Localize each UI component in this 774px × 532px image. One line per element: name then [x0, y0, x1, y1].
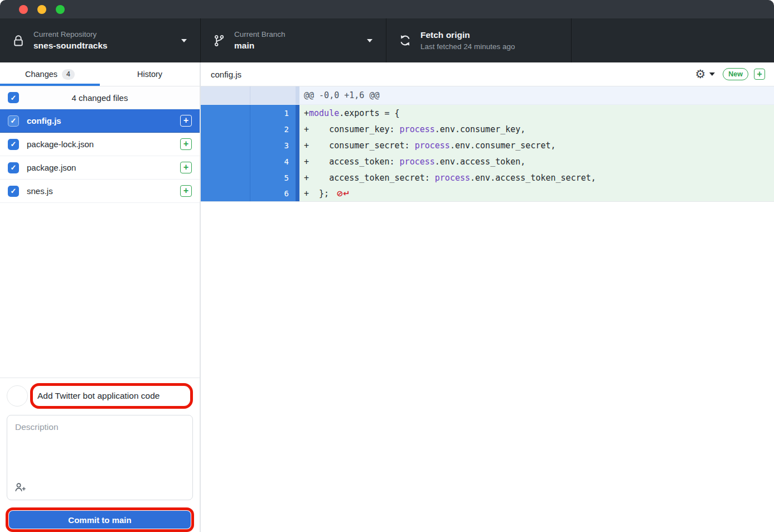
added-file-icon: +: [754, 69, 765, 80]
line-number: 3: [250, 137, 296, 153]
diff-line: 3 + consumer_secret: process.env.consume…: [201, 137, 774, 153]
file-checkbox[interactable]: ✓: [8, 115, 19, 127]
commit-button-prefix: Commit to: [68, 515, 112, 525]
hunk-header-row: @@ -0,0 +1,6 @@: [201, 86, 774, 105]
diff-line: 6 + }; ⊘↵: [201, 186, 774, 202]
tab-changes[interactable]: Changes 4: [0, 62, 100, 86]
sync-icon: [399, 34, 412, 47]
file-row-snes-js[interactable]: ✓ snes.js +: [0, 180, 200, 203]
changes-count-badge: 4: [62, 69, 75, 80]
file-name: snes.js: [27, 186, 180, 196]
current-repository-button[interactable]: Current Repository snes-soundtracks: [0, 18, 201, 62]
code-keyword: process: [435, 173, 470, 183]
check-icon: ✓: [11, 163, 17, 172]
code-text: + access_token:: [304, 157, 400, 167]
file-added-status-icon: +: [180, 138, 192, 150]
code-text: .env.consumer_secret,: [450, 141, 556, 151]
tab-history[interactable]: History: [100, 62, 200, 86]
code-text: + consumer_secret:: [304, 141, 415, 151]
code-text: + access_token_secret:: [304, 173, 435, 183]
commit-description-input[interactable]: [7, 415, 192, 481]
check-icon: ✓: [11, 117, 17, 125]
check-icon: ✓: [11, 187, 17, 195]
code-text: .env.consumer_key,: [435, 124, 526, 134]
chevron-down-icon: [367, 39, 373, 42]
diff-pane: config.js ⚙︎ New + @@ -0,0 +1,6 @@ 1 +mo…: [201, 62, 774, 532]
file-added-status-icon: +: [180, 162, 192, 173]
fetch-origin-sublabel: Last fetched 24 minutes ago: [420, 41, 558, 52]
commit-button-branch: main: [112, 515, 132, 525]
lock-icon: [12, 33, 25, 48]
file-row-config-js[interactable]: ✓ config.js +: [0, 109, 200, 133]
code-keyword: module: [309, 108, 339, 118]
file-checkbox[interactable]: ✓: [8, 186, 19, 197]
diff-file-name: config.js: [211, 70, 695, 79]
code-text: .env.access_token_secret,: [470, 173, 596, 183]
no-newline-icon: ⊘↵: [336, 189, 350, 198]
sidebar-tabs: Changes 4 History: [0, 62, 200, 86]
changed-files-count: 4 changed files: [72, 93, 128, 103]
diff-line: 2 + consumer_key: process.env.consumer_k…: [201, 121, 774, 137]
avatar: [7, 385, 28, 407]
close-window-button[interactable]: [19, 5, 28, 14]
app-window: Current Repository snes-soundtracks Curr…: [0, 0, 774, 532]
fetch-origin-label: Fetch origin: [420, 29, 558, 41]
changes-sidebar: Changes 4 History ✓ 4 changed files ✓ co…: [0, 62, 201, 532]
file-row-package-json[interactable]: ✓ package.json +: [0, 156, 200, 180]
file-name: package-lock.json: [27, 139, 180, 149]
file-name: config.js: [27, 116, 180, 125]
diff-line: 5 + access_token_secret: process.env.acc…: [201, 170, 774, 186]
commit-summary-input[interactable]: [37, 391, 186, 401]
commit-description-box: [7, 415, 193, 500]
line-number: 2: [250, 121, 296, 137]
code-keyword: process: [400, 124, 435, 134]
person-plus-icon: [14, 482, 26, 495]
line-number: 6: [250, 186, 296, 201]
line-number: 4: [250, 153, 296, 170]
file-row-package-lock-json[interactable]: ✓ package-lock.json +: [0, 133, 200, 156]
toolbar-empty-area: [572, 18, 774, 62]
changed-files-header: ✓ 4 changed files: [0, 86, 200, 109]
diff-options-button[interactable]: ⚙︎: [695, 69, 715, 80]
fetch-origin-button[interactable]: Fetch origin Last fetched 24 minutes ago: [386, 18, 572, 62]
add-coauthor-button[interactable]: [14, 482, 26, 495]
file-name: package.json: [27, 163, 180, 172]
chevron-down-icon: [709, 72, 715, 76]
check-icon: ✓: [11, 94, 17, 102]
diff-header: config.js ⚙︎ New +: [201, 62, 774, 86]
code-keyword: process: [415, 141, 450, 151]
hunk-header-text: @@ -0,0 +1,6 @@: [299, 86, 774, 104]
annotation-summary-highlight: [30, 383, 193, 409]
current-repository-label: Current Repository: [33, 29, 175, 40]
zoom-window-button[interactable]: [56, 5, 65, 14]
git-branch-icon: [213, 33, 225, 48]
select-all-checkbox[interactable]: ✓: [8, 92, 19, 103]
annotation-commit-button-highlight: Commit to main: [6, 507, 194, 532]
diff-line: 1 +module.exports = {: [201, 105, 774, 121]
diff-line: 4 + access_token: process.env.access_tok…: [201, 153, 774, 170]
current-repository-value: snes-soundtracks: [33, 40, 175, 52]
code-text: + };: [304, 188, 334, 199]
tab-changes-label: Changes: [25, 70, 57, 79]
code-keyword: process: [400, 157, 435, 167]
gear-icon: ⚙︎: [695, 69, 705, 80]
code-text: +: [304, 108, 309, 118]
code-text: .exports = {: [339, 108, 399, 118]
line-number: 1: [250, 105, 296, 121]
code-text: .env.access_token,: [435, 157, 526, 167]
current-branch-label: Current Branch: [234, 29, 360, 40]
code-text: + consumer_key:: [304, 124, 400, 134]
commit-to-main-button[interactable]: Commit to main: [9, 511, 191, 529]
chevron-down-icon: [181, 39, 187, 42]
check-icon: ✓: [11, 140, 17, 148]
toolbar: Current Repository snes-soundtracks Curr…: [0, 18, 774, 62]
current-branch-button[interactable]: Current Branch main: [201, 18, 386, 62]
diff-body: @@ -0,0 +1,6 @@ 1 +module.exports = { 2 …: [201, 86, 774, 532]
line-number: 5: [250, 170, 296, 186]
file-checkbox[interactable]: ✓: [8, 162, 19, 173]
file-checkbox[interactable]: ✓: [8, 139, 19, 150]
minimize-window-button[interactable]: [37, 5, 46, 14]
file-list-empty-area: [0, 203, 200, 378]
tab-history-label: History: [137, 70, 162, 79]
current-branch-value: main: [234, 40, 360, 52]
